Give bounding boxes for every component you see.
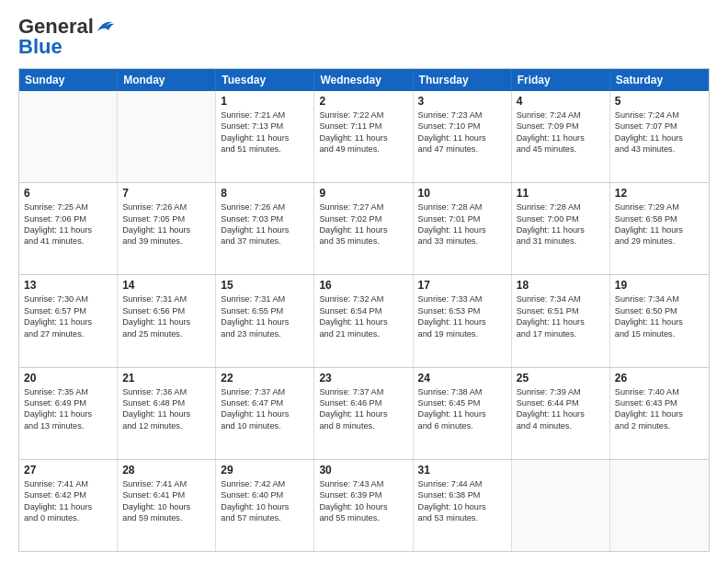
day-number: 2 <box>319 95 407 108</box>
cell-line: Sunset: 7:00 PM <box>517 213 605 224</box>
cell-line: Sunrise: 7:30 AM <box>24 293 112 304</box>
calendar-cell: 17Sunrise: 7:33 AMSunset: 6:53 PMDayligh… <box>414 275 512 366</box>
calendar-cell: 10Sunrise: 7:28 AMSunset: 7:01 PMDayligh… <box>414 183 512 274</box>
cell-line: Daylight: 11 hours <box>615 408 704 419</box>
cell-line: Daylight: 11 hours <box>319 408 407 419</box>
cell-line: Sunset: 6:45 PM <box>418 397 506 408</box>
cell-line: Sunrise: 7:31 AM <box>221 293 309 304</box>
cell-line: Daylight: 11 hours <box>221 132 309 144</box>
cell-line: Daylight: 11 hours <box>418 224 506 236</box>
calendar-cell: 24Sunrise: 7:38 AMSunset: 6:45 PMDayligh… <box>414 368 512 459</box>
calendar-cell: 3Sunrise: 7:23 AMSunset: 7:10 PMDaylight… <box>414 91 512 182</box>
cell-line: Sunrise: 7:22 AM <box>319 109 407 121</box>
cell-line: Daylight: 11 hours <box>24 501 112 512</box>
cell-line: and 29 minutes. <box>615 236 704 247</box>
day-number: 1 <box>221 95 309 108</box>
day-number: 5 <box>615 95 704 108</box>
day-number: 11 <box>517 187 605 200</box>
weekday-header-sunday: Sunday <box>19 69 118 91</box>
cell-line: Sunset: 6:44 PM <box>517 397 605 408</box>
cell-line: and 4 minutes. <box>517 420 605 431</box>
cell-line: and 37 minutes. <box>221 236 309 247</box>
calendar-cell: 26Sunrise: 7:40 AMSunset: 6:43 PMDayligh… <box>610 368 709 459</box>
cell-line: and 45 minutes. <box>517 144 605 155</box>
day-number: 14 <box>122 279 210 292</box>
cell-line: Sunset: 7:03 PM <box>221 213 309 224</box>
cell-line: Daylight: 11 hours <box>24 224 112 236</box>
cell-line: Sunrise: 7:26 AM <box>221 201 309 213</box>
cell-line: Sunset: 7:05 PM <box>122 213 210 224</box>
cell-line: and 2 minutes. <box>615 420 704 431</box>
cell-line: Daylight: 11 hours <box>615 132 704 144</box>
cell-line: Sunrise: 7:27 AM <box>319 201 407 213</box>
cell-line: Sunset: 7:13 PM <box>221 121 309 132</box>
calendar-cell: 23Sunrise: 7:37 AMSunset: 6:46 PMDayligh… <box>314 368 413 459</box>
cell-line: Sunrise: 7:26 AM <box>122 201 210 213</box>
cell-line: Daylight: 11 hours <box>517 408 605 419</box>
cell-line: Sunrise: 7:25 AM <box>24 201 112 213</box>
cell-line: and 59 minutes. <box>122 512 210 523</box>
cell-line: and 51 minutes. <box>221 144 309 155</box>
cell-line: Daylight: 11 hours <box>418 132 506 144</box>
day-number: 16 <box>319 279 407 292</box>
cell-line: Daylight: 11 hours <box>517 224 605 236</box>
calendar-cell: 25Sunrise: 7:39 AMSunset: 6:44 PMDayligh… <box>512 368 610 459</box>
cell-line: Sunset: 7:02 PM <box>319 213 407 224</box>
day-number: 7 <box>122 187 210 200</box>
calendar-row-2: 13Sunrise: 7:30 AMSunset: 6:57 PMDayligh… <box>19 274 709 366</box>
cell-line: and 0 minutes. <box>24 512 112 523</box>
calendar-cell: 22Sunrise: 7:37 AMSunset: 6:47 PMDayligh… <box>216 368 314 459</box>
cell-line: and 8 minutes. <box>319 420 407 431</box>
cell-line: Daylight: 11 hours <box>221 224 309 236</box>
cell-line: Sunrise: 7:42 AM <box>221 478 309 489</box>
day-number: 9 <box>319 187 407 200</box>
day-number: 13 <box>24 279 112 292</box>
cell-line: and 55 minutes. <box>319 512 407 523</box>
calendar-row-1: 6Sunrise: 7:25 AMSunset: 7:06 PMDaylight… <box>19 182 709 274</box>
day-number: 30 <box>319 464 407 477</box>
cell-line: Sunset: 6:55 PM <box>221 305 309 316</box>
logo-blue: Blue <box>18 35 63 59</box>
cell-line: and 33 minutes. <box>418 236 506 247</box>
cell-line: Sunrise: 7:23 AM <box>418 109 506 121</box>
cell-line: Sunrise: 7:31 AM <box>122 293 210 304</box>
calendar-cell: 14Sunrise: 7:31 AMSunset: 6:56 PMDayligh… <box>118 275 216 366</box>
cell-line: and 17 minutes. <box>517 328 605 339</box>
cell-line: Daylight: 11 hours <box>517 316 605 327</box>
cell-line: Sunrise: 7:44 AM <box>418 478 506 489</box>
cell-line: Sunrise: 7:28 AM <box>517 201 605 213</box>
day-number: 12 <box>615 187 704 200</box>
cell-line: and 39 minutes. <box>122 236 210 247</box>
cell-line: Sunrise: 7:38 AM <box>418 386 506 397</box>
cell-line: Sunrise: 7:37 AM <box>319 386 407 397</box>
calendar-cell: 9Sunrise: 7:27 AMSunset: 7:02 PMDaylight… <box>314 183 413 274</box>
cell-line: Sunrise: 7:43 AM <box>319 478 407 489</box>
day-number: 17 <box>418 279 506 292</box>
cell-line: Sunset: 6:48 PM <box>122 397 210 408</box>
header: General Blue <box>18 15 710 59</box>
cell-line: and 13 minutes. <box>24 420 112 431</box>
day-number: 29 <box>221 464 309 477</box>
cell-line: and 53 minutes. <box>418 512 506 523</box>
cell-line: Daylight: 11 hours <box>122 224 210 236</box>
cell-line: Sunset: 6:58 PM <box>615 213 704 224</box>
calendar-cell: 12Sunrise: 7:29 AMSunset: 6:58 PMDayligh… <box>610 183 709 274</box>
day-number: 31 <box>418 464 506 477</box>
day-number: 4 <box>517 95 605 108</box>
cell-line: Daylight: 10 hours <box>122 501 210 512</box>
cell-line: Sunrise: 7:34 AM <box>517 293 605 304</box>
cell-line: Sunrise: 7:29 AM <box>615 201 704 213</box>
cell-line: Daylight: 11 hours <box>615 224 704 236</box>
calendar-cell <box>19 91 118 182</box>
calendar-cell <box>118 91 216 182</box>
cell-line: Sunrise: 7:34 AM <box>615 293 704 304</box>
calendar-body: 1Sunrise: 7:21 AMSunset: 7:13 PMDaylight… <box>19 91 709 551</box>
calendar: SundayMondayTuesdayWednesdayThursdayFrid… <box>18 68 710 552</box>
cell-line: Sunrise: 7:41 AM <box>122 478 210 489</box>
cell-line: and 47 minutes. <box>418 144 506 155</box>
cell-line: Sunset: 6:46 PM <box>319 397 407 408</box>
cell-line: and 35 minutes. <box>319 236 407 247</box>
cell-line: Sunset: 6:42 PM <box>24 489 112 500</box>
cell-line: Daylight: 11 hours <box>319 132 407 144</box>
day-number: 8 <box>221 187 309 200</box>
